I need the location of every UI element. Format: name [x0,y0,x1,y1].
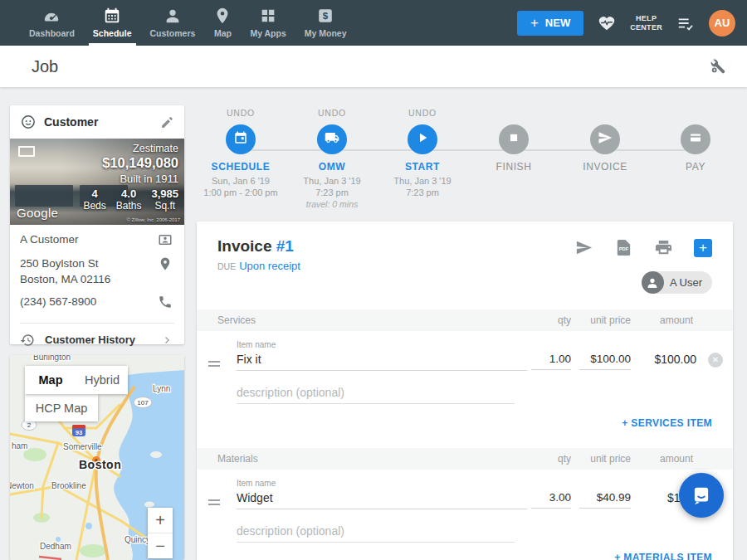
new-button[interactable]: + NEW [517,11,583,36]
omw-step-button[interactable] [317,124,347,154]
map-label-waltham: ham [12,441,27,450]
contact-card-icon[interactable] [158,232,173,247]
map-card: 2 107 93 Burlington Lynn ham Somerville … [10,355,184,560]
undo-link[interactable]: UNDO [198,108,284,119]
plus-icon: + [530,16,539,30]
drag-handle[interactable] [208,499,220,508]
step-time: 1:00 pm - 2:00 pm [198,187,284,198]
add-services-item-link[interactable]: + SERVICES ITEM [622,417,712,429]
send-icon [598,130,613,149]
map-label-newton: Newton [10,481,34,490]
undo-spacer [652,108,739,119]
service-unit-price-input[interactable] [579,351,631,370]
nav-tab-map[interactable]: Map [204,0,241,46]
nav-tab-customers[interactable]: Customers [141,0,205,46]
step-date: Thu, Jan 3 '19 [379,175,466,187]
invoice-title-text: Invoice [217,237,271,255]
location-pin-icon[interactable] [158,256,173,271]
step-label: SCHEDULE [198,161,284,173]
customer-history-row[interactable]: Customer History [10,324,184,356]
fullscreen-icon[interactable] [18,146,35,157]
zestimate-value: $10,149,080 [83,155,178,171]
zoom-in-button[interactable]: + [148,508,173,533]
schedule-icon [103,7,121,25]
health-heart-icon[interactable] [598,14,616,32]
add-materials-item-link[interactable]: + MATERIALS ITEM [614,552,712,560]
job-workflow: UNDO SCHEDULE Sun, Jan 6 '19 1:00 pm - 2… [197,108,733,217]
step-label: PAY [652,161,739,173]
map-label-brookline: Brookline [51,481,86,490]
assignee-chip[interactable]: A User [642,271,712,294]
nav-tab-my-money[interactable]: $ My Money [295,0,356,46]
undo-link[interactable]: UNDO [289,108,375,119]
amount-header: amount [660,453,693,465]
step-date: Sun, Jan 6 '19 [198,175,284,187]
schedule-step-button[interactable] [226,124,256,154]
finish-step-button[interactable] [499,124,529,154]
baths-label: Baths [116,200,142,212]
map-label-boston: Boston [79,458,121,471]
nav-tab-schedule[interactable]: Schedule [84,0,141,46]
my-money-icon: $ [316,7,334,25]
material-unit-price-input[interactable] [579,489,631,509]
assignee-name: A User [670,276,702,289]
invoice-step-button[interactable] [590,124,620,154]
user-avatar[interactable]: AU [709,10,735,37]
qty-header: qty [558,453,571,465]
chevron-right-icon [161,334,174,347]
edit-pencil-icon[interactable] [160,115,174,129]
help-line2: CENTER [630,23,662,32]
hcp-map-button[interactable]: HCP Map [25,394,98,421]
street-view-photo[interactable]: Zestimate $10,149,080 Built in 1911 4Bed… [10,139,184,225]
nav-tab-label: Customers [150,28,196,38]
job-settings-icon[interactable] [709,57,727,75]
due-value-link[interactable]: Upon receipt [239,260,300,272]
start-step-button[interactable] [408,124,437,154]
undo-spacer [471,108,557,119]
material-item-name-input[interactable] [237,489,527,509]
address-line2: Boston, MA 02116 [20,271,151,287]
service-description-input[interactable] [237,384,515,404]
customer-name: A Customer [20,231,151,247]
add-invoice-button[interactable]: + [694,239,712,257]
undo-link[interactable]: UNDO [379,108,466,119]
services-header-row: Services qty unit price amount [197,309,733,331]
undo-spacer [562,108,648,119]
my-apps-icon [259,7,277,25]
step-time: 7:23 pm [289,187,375,198]
pdf-icon[interactable]: PDF [614,238,633,257]
checklist-icon[interactable] [676,14,695,32]
help-center-link[interactable]: HELP CENTER [630,14,662,32]
phone-number: (234) 567-8900 [20,294,151,309]
help-line1: HELP [630,14,662,23]
invoice-toolbar: PDF + [574,238,712,257]
nav-tab-my-apps[interactable]: My Apps [241,0,295,46]
top-nav: Dashboard Schedule Customers Map My Apps… [0,0,747,46]
material-qty-input[interactable] [531,489,571,509]
pay-step-button[interactable] [681,124,710,154]
route-2-badge: 2 [27,421,32,429]
drag-handle[interactable] [208,361,220,369]
step-label: OMW [289,161,375,173]
delete-item-icon[interactable]: ✕ [708,353,723,368]
material-description-input[interactable] [237,523,515,543]
unit-price-header: unit price [590,453,631,465]
sqft-label: Sq.ft [151,200,178,212]
map-button[interactable]: Map [25,366,76,394]
print-icon[interactable] [654,238,673,257]
phone-icon[interactable] [158,295,173,309]
chat-bubble-button[interactable] [679,473,724,518]
map-label-somerville: Somerville [63,442,102,451]
step-travel: travel: 0 mins [289,198,375,210]
dashboard-icon [42,7,61,25]
invoice-number[interactable]: #1 [276,237,294,255]
zoom-out-button[interactable]: − [148,533,173,558]
service-qty-input[interactable] [531,351,571,370]
step-invoice: INVOICE [562,108,648,173]
send-invoice-icon[interactable] [574,238,593,257]
page-title: Job [32,46,58,87]
hybrid-button[interactable]: Hybrid [76,366,128,394]
item-name-label: Item name [237,340,276,349]
nav-tab-dashboard[interactable]: Dashboard [20,0,84,46]
service-item-name-input[interactable] [237,351,527,371]
